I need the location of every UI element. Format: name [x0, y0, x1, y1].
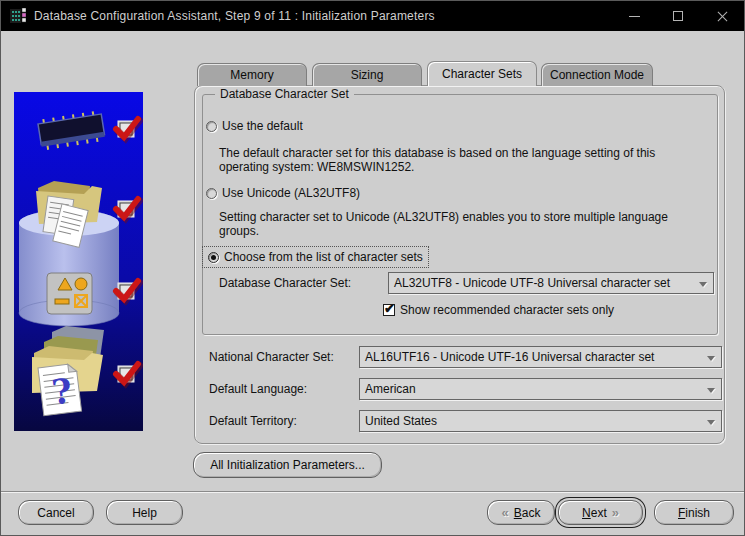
- database-character-set-label: Database Character Set:: [219, 276, 351, 290]
- minimize-button[interactable]: [612, 1, 656, 31]
- back-button[interactable]: « Back: [487, 500, 555, 525]
- tab-character-sets[interactable]: Character Sets: [427, 61, 537, 86]
- question-document-icon: ?: [38, 363, 82, 415]
- minimize-icon: [629, 16, 640, 17]
- database-character-set-select[interactable]: AL32UTF8 - Unicode UTF-8 Universal chara…: [388, 272, 714, 294]
- help-button[interactable]: Help: [106, 500, 183, 525]
- selected-value: United States: [365, 414, 437, 428]
- chevron-down-icon: [707, 388, 715, 393]
- tab-label: Memory: [230, 68, 273, 82]
- default-territory-label: Default Territory:: [209, 414, 297, 428]
- tab-connection-mode[interactable]: Connection Mode: [541, 63, 653, 86]
- national-character-set-select[interactable]: AL16UTF16 - Unicode UTF-16 Universal cha…: [359, 346, 722, 368]
- titlebar: Database Configuration Assistant, Step 9…: [1, 1, 744, 31]
- cancel-button[interactable]: Cancel: [18, 500, 94, 525]
- next-button[interactable]: Next »: [558, 500, 643, 525]
- maximize-button[interactable]: [656, 1, 700, 31]
- maximize-icon: [673, 11, 683, 21]
- check-glyph: ✔: [384, 301, 395, 316]
- chevron-down-icon: [707, 356, 715, 361]
- national-character-set-label: National Character Set:: [209, 350, 334, 364]
- tab-label: Character Sets: [442, 67, 522, 81]
- tab-label: Sizing: [351, 68, 384, 82]
- button-label: All Initialization Parameters...: [210, 458, 365, 472]
- double-chevron-right-icon: »: [612, 505, 619, 520]
- field-label: Default Territory:: [209, 414, 297, 428]
- tab-label: Connection Mode: [550, 68, 644, 82]
- button-label: Back: [514, 506, 541, 520]
- button-label: Finish: [678, 506, 710, 520]
- field-label: Default Language:: [209, 382, 307, 396]
- use-unicode-description: Setting character set to Unicode (AL32UT…: [219, 210, 705, 238]
- radio-label: Choose from the list of character sets: [224, 250, 423, 264]
- field-label: Database Character Set:: [219, 276, 351, 290]
- selected-value: AL16UTF16 - Unicode UTF-16 Universal cha…: [365, 350, 654, 364]
- field-label: National Character Set:: [209, 350, 334, 364]
- selected-value: AL32UTF8 - Unicode UTF-8 Universal chara…: [394, 276, 670, 290]
- close-icon: [716, 10, 729, 23]
- shapes-tile-icon: [47, 273, 92, 314]
- app-icon: [10, 8, 26, 24]
- radio-use-default[interactable]: Use the default: [206, 119, 303, 133]
- radio-use-unicode[interactable]: Use Unicode (AL32UTF8): [206, 186, 360, 200]
- close-button[interactable]: [700, 1, 744, 31]
- checkbox-label: Show recommended character sets only: [400, 303, 614, 317]
- wizard-art-panel: ?: [14, 92, 143, 431]
- character-sets-panel: Database Character Set Use the default T…: [194, 85, 725, 444]
- radio-icon: [206, 121, 217, 132]
- button-label: Next: [582, 506, 607, 520]
- radio-selected-icon: [208, 252, 219, 263]
- button-label: Cancel: [37, 506, 74, 520]
- default-territory-select[interactable]: United States: [359, 410, 722, 432]
- default-language-select[interactable]: American: [359, 378, 722, 400]
- tab-memory[interactable]: Memory: [197, 63, 307, 86]
- radio-label: Use Unicode (AL32UTF8): [222, 186, 360, 200]
- dbca-window: Database Configuration Assistant, Step 9…: [0, 0, 745, 536]
- radio-icon: [206, 188, 217, 199]
- dialog-body: ?: [1, 31, 744, 535]
- selected-value: American: [365, 382, 416, 396]
- chevron-down-icon: [707, 420, 715, 425]
- footer-separator: [1, 491, 744, 493]
- double-chevron-left-icon: «: [502, 505, 509, 520]
- radio-label: Use the default: [222, 119, 303, 133]
- radio-choose-from-list[interactable]: Choose from the list of character sets: [202, 246, 429, 268]
- window-controls: [612, 1, 744, 31]
- chevron-down-icon: [699, 282, 707, 287]
- group-title: Database Character Set: [215, 87, 354, 101]
- use-default-description: The default character set for this datab…: [219, 146, 705, 174]
- tab-sizing[interactable]: Sizing: [312, 63, 422, 86]
- finish-button[interactable]: Finish: [654, 500, 734, 525]
- checkbox-checked-icon: ✔: [383, 304, 395, 316]
- default-language-label: Default Language:: [209, 382, 307, 396]
- button-label: Help: [132, 506, 157, 520]
- window-title: Database Configuration Assistant, Step 9…: [34, 9, 435, 23]
- show-recommended-checkbox[interactable]: ✔ Show recommended character sets only: [383, 303, 614, 317]
- all-initialization-parameters-button[interactable]: All Initialization Parameters...: [193, 452, 382, 478]
